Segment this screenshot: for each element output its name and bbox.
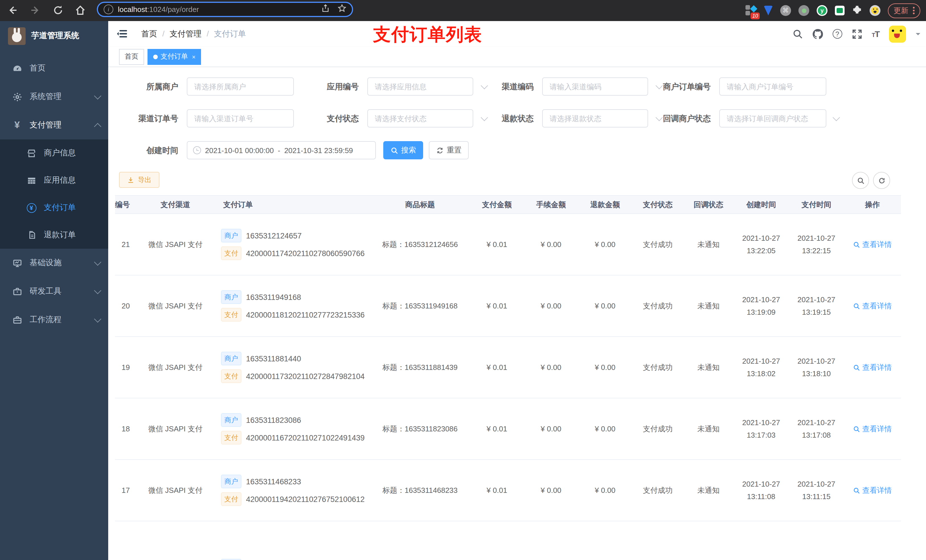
close-tab-icon[interactable]: × [192,53,196,60]
payment-submenu: 商户信息 应用信息 ¥ 支付订单 退款订单 [0,139,108,249]
breadcrumb: 首页 / 支付管理 / 支付订单 [141,29,246,39]
col-paid: 支付时间 [789,199,844,211]
monitor-icon [11,258,23,268]
grid-table-icon [25,175,38,185]
extensions-puzzle-icon[interactable] [852,4,862,17]
fullscreen-icon[interactable] [852,29,862,39]
export-button[interactable]: 导出 [119,172,159,188]
chevron-down-icon [94,287,101,294]
view-detail-link[interactable]: 查看详情 [853,424,892,434]
view-detail-link[interactable]: 查看详情 [853,239,892,249]
sidebar-item-system[interactable]: 系统管理 [0,83,108,111]
sidebar-item-dev-tools[interactable]: 研发工具 [0,277,108,306]
chrome-update-button[interactable]: 更新 [888,3,920,18]
avatar-caret-icon[interactable] [916,33,920,37]
toolbox-icon [11,287,23,296]
hamburger-icon[interactable] [117,29,127,39]
sidebar-item-app-info[interactable]: 应用信息 [0,167,108,194]
col-notify: 回调状态 [683,199,734,210]
sidebar-item-home[interactable]: 首页 [0,54,108,83]
col-created: 创建时间 [734,199,789,211]
reset-button[interactable]: 重置 [429,141,469,159]
orders-table: 编号 支付渠道 支付订单 商品标题 支付金额 手续金额 退款金额 支付状态 回调… [115,195,926,560]
share-icon[interactable] [321,4,330,15]
chevron-down-icon [832,114,840,121]
filter-label-merchant-order-no: 商户订单编号 [625,77,711,96]
shop-icon [25,148,38,158]
sidebar-item-infrastructure[interactable]: 基础设施 [0,249,108,277]
status-text: 支付成功 [632,424,683,434]
tab-pay-order[interactable]: 支付订单 × [147,49,201,65]
recorder-extension-icon[interactable] [799,5,809,16]
reload-icon[interactable] [52,5,64,16]
profile-avatar-icon[interactable] [870,5,881,16]
user-avatar[interactable] [889,25,906,42]
chevron-down-icon [94,315,101,322]
back-icon[interactable] [7,5,18,16]
pay-tag: 支付 [221,246,242,260]
search-icon[interactable] [793,29,803,39]
annotation-title: 支付订单列表 [373,23,483,47]
filter-label-pay-status: 支付状态 [273,109,359,127]
col-id: 编号 [115,199,136,210]
col-fee: 手续金额 [524,199,578,210]
y-extension-icon[interactable]: y [817,5,828,16]
site-info-icon[interactable]: i [104,5,113,14]
search-button[interactable]: 搜索 [383,141,423,159]
browser-menu-icon[interactable] [913,10,915,11]
sidebar-item-payment[interactable]: ¥ 支付管理 [0,111,108,139]
home-icon[interactable] [75,5,86,16]
address-bar[interactable]: i localhost:1024/pay/order [97,2,353,17]
notify-status-input[interactable] [720,110,834,127]
forward-icon[interactable] [30,5,41,16]
merchant-tag: 商户 [221,559,242,560]
sidebar-item-workflow[interactable]: 工作流程 [0,306,108,334]
browser-toolbar: i localhost:1024/pay/order 10 ⌘ y [0,0,926,21]
created-time-range-picker[interactable]: 2021-10-01 00:00:00 - 2021-10-31 23:59:5… [187,141,376,159]
sidebar-item-pay-order[interactable]: ¥ 支付订单 [0,194,108,221]
extensions-row: 10 ⌘ y 更新 [746,0,920,21]
merchant-order-no-field[interactable] [719,77,826,96]
col-amount: 支付金额 [470,199,524,210]
table-row-partial: 商户1635311125798 [115,521,901,560]
sketch-extension-icon[interactable] [764,6,773,15]
table-row: 20 微信 JSAPI 支付 商户1635311949168 支付4200001… [115,275,901,337]
chat-extension-icon[interactable] [835,6,844,15]
toggle-search-button[interactable] [852,172,869,189]
filter-label-created-time: 创建时间 [93,141,178,159]
range-separator: - [278,146,280,154]
merchant-tag: 商户 [221,475,242,488]
tags-view-bar: 首页 支付订单 × [108,47,926,67]
app-title: 芋道管理系统 [31,31,79,41]
font-size-icon[interactable]: TT [872,29,879,39]
sidebar-item-refund-order[interactable]: 退款订单 [0,221,108,249]
filter-label-notify-status: 回调商户状态 [625,109,711,127]
extension-badge-icon[interactable]: 10 [746,5,756,16]
github-icon[interactable] [813,29,823,39]
tab-home[interactable]: 首页 [119,49,144,65]
table-row: 17 微信 JSAPI 支付 商户1635311468233 支付4200001… [115,460,901,521]
refresh-table-button[interactable] [873,172,890,189]
view-detail-link[interactable]: 查看详情 [853,362,892,373]
gear-icon [11,92,23,101]
merchant-order-no-input[interactable] [720,78,834,95]
chevron-down-icon [94,258,101,265]
circled-yen-icon: ¥ [25,203,38,213]
notify-status-select[interactable] [719,109,826,127]
filter-label-refund-status: 退款状态 [448,109,534,127]
pay-tag: 支付 [221,308,242,322]
help-icon[interactable]: ? [832,29,842,39]
sidebar-item-merchant-info[interactable]: 商户信息 [0,139,108,167]
view-detail-link[interactable]: 查看详情 [853,301,892,311]
rabbit-logo-image [8,27,26,45]
breadcrumb-home[interactable]: 首页 [141,29,157,39]
command-extension-icon[interactable]: ⌘ [780,5,791,16]
merchant-tag: 商户 [221,229,242,242]
col-title: 商品标题 [370,199,470,210]
status-text: 支付成功 [632,485,683,495]
app-root: i localhost:1024/pay/order 10 ⌘ y [0,0,926,560]
view-detail-link[interactable]: 查看详情 [853,485,892,495]
col-channel: 支付渠道 [136,199,215,210]
breadcrumb-payment[interactable]: 支付管理 [170,29,201,39]
bookmark-star-icon[interactable] [338,4,346,15]
